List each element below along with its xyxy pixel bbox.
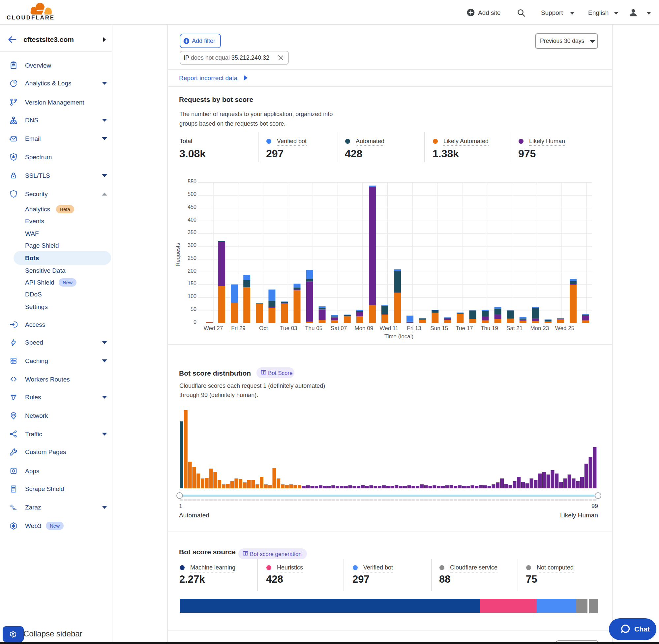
svg-text:Wed 11: Wed 11 — [379, 325, 398, 331]
svg-text:Mon 09: Mon 09 — [354, 325, 373, 331]
svg-text:200: 200 — [188, 268, 196, 274]
svg-text:Tue 17: Tue 17 — [455, 325, 473, 331]
svg-text:Fri 13: Fri 13 — [407, 325, 421, 331]
svg-text:400: 400 — [188, 217, 196, 223]
svg-text:Tue 03: Tue 03 — [280, 325, 297, 331]
svg-text:450: 450 — [188, 204, 196, 210]
svg-text:Oct: Oct — [259, 325, 268, 331]
svg-text:500: 500 — [188, 191, 196, 197]
svg-text:250: 250 — [188, 255, 196, 261]
svg-text:Time (local): Time (local) — [384, 334, 414, 340]
svg-text:Wed 27: Wed 27 — [204, 325, 223, 331]
svg-text:150: 150 — [188, 281, 196, 286]
svg-text:300: 300 — [188, 243, 196, 248]
svg-text:Wed 25: Wed 25 — [555, 325, 574, 331]
svg-text:Thu 05: Thu 05 — [305, 325, 323, 331]
svg-text:Sat 07: Sat 07 — [331, 325, 347, 331]
svg-text:0: 0 — [193, 319, 196, 325]
svg-text:Sun 15: Sun 15 — [430, 325, 448, 331]
svg-text:550: 550 — [188, 179, 196, 184]
svg-text:Thu 19: Thu 19 — [481, 325, 498, 331]
svg-text:350: 350 — [188, 230, 196, 235]
svg-text:Mon 23: Mon 23 — [530, 325, 549, 331]
svg-text:100: 100 — [188, 294, 196, 299]
svg-text:Fri 29: Fri 29 — [231, 325, 245, 331]
svg-text:Sat 21: Sat 21 — [507, 325, 522, 331]
svg-text:50: 50 — [191, 306, 196, 312]
